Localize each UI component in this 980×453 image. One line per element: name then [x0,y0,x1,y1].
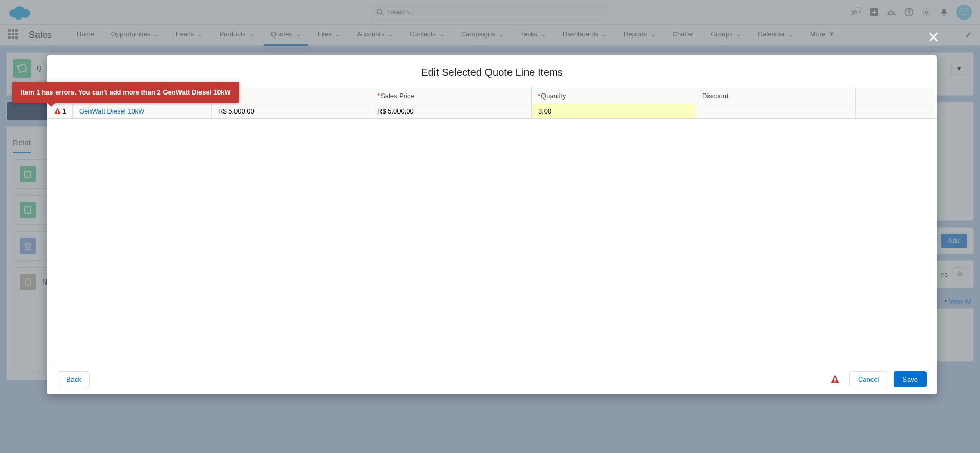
col-sales-price: Sales Price [371,87,532,104]
error-icon [53,107,61,115]
close-icon[interactable]: ✕ [927,30,940,45]
col-label: Discount [702,92,729,100]
back-button[interactable]: Back [58,371,90,387]
table-row[interactable]: 1 GenWatt Diesel 10kW R$ 5.000,00 R$ 5.0… [47,104,937,119]
save-button[interactable]: Save [894,371,927,387]
svg-rect-22 [834,378,836,381]
discount-cell[interactable] [696,104,856,118]
row-number: 1 [62,107,66,115]
svg-rect-23 [834,381,836,382]
quantity-input[interactable]: 3,00 [532,104,696,118]
product-cell[interactable]: GenWatt Diesel 10kW [73,104,212,118]
svg-rect-21 [57,112,58,113]
footer-error-icon[interactable] [830,374,840,385]
sales-price-cell[interactable]: R$ 5.000,00 [371,104,532,118]
edit-quote-line-items-modal: ✕ Edit Selected Quote Line Items ce Sale… [47,55,937,394]
quantity-cell[interactable]: 3,00 [532,104,696,118]
error-tooltip: Item 1 has errors. You can't add more th… [12,82,239,103]
list-price-cell: R$ 5.000,00 [212,104,371,118]
modal-body: 1 GenWatt Diesel 10kW R$ 5.000,00 R$ 5.0… [47,104,937,364]
svg-rect-20 [57,110,58,112]
col-label: Sales Price [380,92,414,100]
product-link[interactable]: GenWatt Diesel 10kW [79,107,144,115]
col-discount: Discount [696,87,856,104]
col-quantity: Quantity [532,87,696,104]
modal-footer: Back Cancel Save [47,364,937,394]
col-label: Quantity [541,92,566,100]
cancel-button[interactable]: Cancel [849,371,887,387]
